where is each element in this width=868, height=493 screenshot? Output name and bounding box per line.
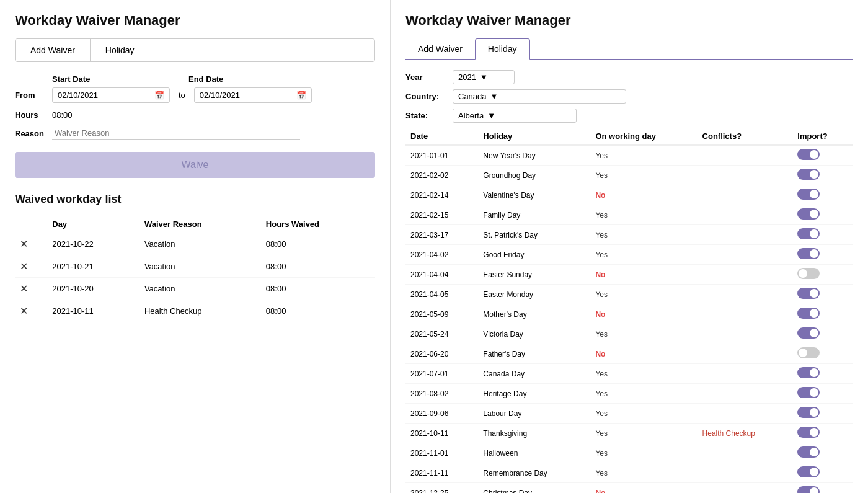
list-item: 2021-04-04 Easter Sunday No <box>405 265 853 285</box>
conflicts-value <box>698 145 793 166</box>
country-select[interactable]: Canada ▼ <box>453 89 626 104</box>
conflicts-value: Health Checkup <box>698 424 793 443</box>
holiday-name: Christmas Day <box>478 483 590 494</box>
waived-list-table: Day Waiver Reason Hours Waived ✕ 2021-10… <box>15 216 375 322</box>
holiday-date: 2021-12-25 <box>405 483 478 494</box>
import-toggle[interactable] <box>792 285 853 304</box>
row-day: 2021-10-22 <box>47 233 140 255</box>
import-toggle[interactable] <box>792 364 853 384</box>
delete-button[interactable]: ✕ <box>20 283 28 295</box>
conflicts-value <box>698 443 793 463</box>
delete-button[interactable]: ✕ <box>20 238 28 250</box>
list-item: 2021-05-09 Mother's Day No <box>405 304 853 324</box>
import-toggle[interactable] <box>792 384 853 404</box>
delete-button[interactable]: ✕ <box>20 260 28 272</box>
right-tab-add-waiver[interactable]: Add Waiver <box>405 38 475 59</box>
list-item: 2021-11-01 Halloween Yes <box>405 443 853 463</box>
left-tab-add-waiver[interactable]: Add Waiver <box>16 39 91 61</box>
import-toggle[interactable] <box>792 205 853 225</box>
right-tab-holiday[interactable]: Holiday <box>475 38 530 60</box>
state-select[interactable]: Alberta ▼ <box>453 109 577 123</box>
list-item: 2021-02-02 Groundhog Day Yes <box>405 166 853 185</box>
start-date-input[interactable]: 02/10/2021 📅 <box>52 87 170 103</box>
import-toggle[interactable] <box>792 344 853 364</box>
holiday-date: 2021-04-05 <box>405 285 478 304</box>
holiday-date: 2021-07-01 <box>405 364 478 384</box>
holiday-name: Family Day <box>478 205 590 225</box>
holiday-name: Mother's Day <box>478 304 590 324</box>
state-filter-label: State: <box>405 111 443 120</box>
col-reason: Waiver Reason <box>140 216 261 233</box>
end-date-value: 02/10/2021 <box>200 91 240 100</box>
holiday-date: 2021-01-01 <box>405 145 478 166</box>
end-date-input[interactable]: 02/10/2021 📅 <box>194 87 312 103</box>
import-toggle[interactable] <box>792 245 853 265</box>
list-item: 2021-11-11 Remembrance Day Yes <box>405 463 853 483</box>
state-filter-row: State: Alberta ▼ <box>405 109 853 123</box>
right-panel-title: Workday Waiver Manager <box>405 12 853 29</box>
conflicts-value <box>698 225 793 245</box>
working-day-value: Yes <box>590 364 697 384</box>
row-day: 2021-10-21 <box>47 255 140 278</box>
col-delete <box>15 216 47 233</box>
import-toggle[interactable] <box>792 463 853 483</box>
year-select[interactable]: 2021 ▼ <box>453 70 515 84</box>
import-toggle[interactable] <box>792 443 853 463</box>
import-toggle[interactable] <box>792 166 853 185</box>
row-hours: 08:00 <box>261 300 375 322</box>
working-day-value: Yes <box>590 145 697 166</box>
working-day-value: Yes <box>590 205 697 225</box>
year-dropdown-icon: ▼ <box>480 73 488 82</box>
holiday-name: St. Patrick's Day <box>478 225 590 245</box>
import-toggle[interactable] <box>792 265 853 285</box>
conflicts-value <box>698 483 793 494</box>
holiday-name: Father's Day <box>478 344 590 364</box>
conflicts-value <box>698 404 793 424</box>
holiday-date: 2021-08-02 <box>405 384 478 404</box>
conflicts-value <box>698 463 793 483</box>
conflicts-value <box>698 245 793 265</box>
holiday-name: Halloween <box>478 443 590 463</box>
holiday-date: 2021-02-15 <box>405 205 478 225</box>
working-day-value: No <box>590 304 697 324</box>
working-day-value: Yes <box>590 384 697 404</box>
conflicts-value <box>698 344 793 364</box>
working-day-value: Yes <box>590 463 697 483</box>
holiday-name: Good Friday <box>478 245 590 265</box>
list-item: 2021-04-05 Easter Monday Yes <box>405 285 853 304</box>
holiday-col-import: Import? <box>792 128 853 145</box>
import-toggle[interactable] <box>792 404 853 424</box>
waive-button[interactable]: Waive <box>15 152 375 178</box>
row-reason: Vacation <box>140 255 261 278</box>
conflicts-value <box>698 205 793 225</box>
row-reason: Health Checkup <box>140 300 261 322</box>
working-day-value: Yes <box>590 443 697 463</box>
import-toggle[interactable] <box>792 424 853 443</box>
import-toggle[interactable] <box>792 324 853 344</box>
holiday-name: Valentine's Day <box>478 185 590 205</box>
country-dropdown-icon: ▼ <box>490 92 498 101</box>
left-tab-holiday[interactable]: Holiday <box>91 39 149 61</box>
holiday-name: Thanksgiving <box>478 424 590 443</box>
import-toggle[interactable] <box>792 145 853 166</box>
import-toggle[interactable] <box>792 304 853 324</box>
country-filter-label: Country: <box>405 92 443 101</box>
holiday-name: Labour Day <box>478 404 590 424</box>
list-item: 2021-09-06 Labour Day Yes <box>405 404 853 424</box>
working-day-value: Yes <box>590 324 697 344</box>
delete-button[interactable]: ✕ <box>20 305 28 317</box>
left-panel-title: Workday Waiver Manager <box>15 12 375 29</box>
conflicts-value <box>698 185 793 205</box>
import-toggle[interactable] <box>792 225 853 245</box>
holiday-date: 2021-11-01 <box>405 443 478 463</box>
holiday-col-holiday: Holiday <box>478 128 590 145</box>
start-date-calendar-icon[interactable]: 📅 <box>154 91 164 100</box>
end-date-calendar-icon[interactable]: 📅 <box>296 91 306 100</box>
working-day-value: No <box>590 483 697 494</box>
import-toggle[interactable] <box>792 483 853 494</box>
holiday-name: New Year's Day <box>478 145 590 166</box>
reason-input[interactable] <box>52 127 300 140</box>
holiday-date: 2021-02-14 <box>405 185 478 205</box>
table-row: ✕ 2021-10-22 Vacation 08:00 <box>15 233 375 255</box>
import-toggle[interactable] <box>792 185 853 205</box>
